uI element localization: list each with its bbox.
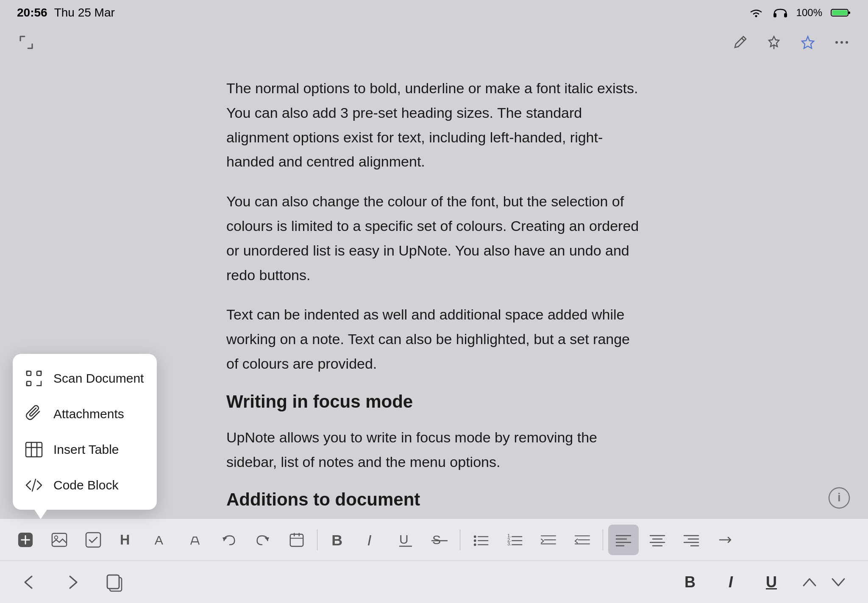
undo-button[interactable] (214, 525, 244, 555)
svg-text:U: U (399, 532, 409, 546)
top-toolbar-right (731, 33, 851, 52)
align-center-button[interactable] (642, 525, 673, 555)
calendar-button[interactable] (281, 525, 312, 555)
font-button[interactable]: A (146, 525, 176, 555)
ordered-list-button[interactable]: 1. 2. 3. (499, 525, 530, 555)
svg-line-17 (32, 479, 36, 491)
editor-toolbar: H A (0, 518, 868, 561)
align-left-button[interactable] (608, 525, 639, 555)
more-button[interactable] (832, 33, 851, 52)
toolbar-separator-3 (603, 529, 603, 550)
nav-down-button[interactable] (826, 570, 851, 595)
heading-focus-mode: Writing in focus mode (226, 392, 642, 412)
insert-table-label: Insert Table (53, 442, 119, 457)
svg-point-9 (846, 41, 848, 44)
highlight-button[interactable] (180, 525, 210, 555)
svg-rect-5 (849, 11, 850, 14)
svg-rect-70 (107, 575, 119, 589)
svg-point-8 (840, 41, 843, 44)
svg-text:B: B (331, 532, 342, 548)
checkbox-button[interactable] (78, 525, 108, 555)
toolbar-separator-2 (460, 529, 460, 550)
paragraph-1: The normal options to bold, underline or… (226, 76, 642, 174)
status-date: Thu 25 Mar (54, 6, 115, 19)
svg-text:3.: 3. (507, 541, 512, 546)
headphones-icon (773, 6, 788, 19)
svg-point-39 (474, 535, 476, 538)
paragraph-3: Text can be indented as well and additio… (226, 303, 642, 376)
svg-point-43 (474, 543, 476, 546)
image-button[interactable] (44, 525, 75, 555)
paragraph-2: You can also change the colour of the fo… (226, 189, 642, 287)
bottom-right: B I U (675, 567, 851, 597)
expand-button[interactable] (17, 33, 36, 52)
indent-out-button[interactable] (567, 525, 598, 555)
star-button[interactable] (798, 33, 817, 52)
heading-additions: Additions to document (226, 489, 642, 510)
svg-text:H: H (120, 532, 130, 547)
status-bar: 20:56 Thu 25 Mar 100% (0, 0, 868, 25)
svg-rect-11 (37, 371, 41, 375)
popup-scan-document[interactable]: Scan Document (13, 361, 157, 396)
attachments-label: Attachments (53, 407, 124, 421)
battery-icon (831, 8, 851, 18)
pencil-button[interactable] (731, 33, 749, 52)
status-bar-left: 20:56 Thu 25 Mar (17, 6, 115, 19)
svg-rect-13 (26, 442, 42, 457)
strikethrough-button[interactable]: S (424, 525, 455, 555)
paperclip-icon (25, 405, 43, 423)
scan-icon (25, 369, 43, 388)
nav-up-button[interactable] (797, 570, 822, 595)
align-right-button[interactable] (676, 525, 707, 555)
svg-rect-2 (784, 13, 787, 17)
italic-button[interactable]: I (356, 525, 387, 555)
status-time: 20:56 (17, 6, 47, 19)
svg-rect-1 (773, 13, 776, 17)
svg-rect-29 (290, 534, 303, 546)
svg-text:I: I (367, 532, 371, 548)
format-bold-button[interactable]: B (675, 567, 705, 597)
table-icon (25, 440, 43, 459)
pin-button[interactable] (765, 33, 783, 52)
bullet-list-button[interactable] (465, 525, 496, 555)
info-button[interactable]: i (827, 486, 851, 510)
paragraph-focus: UpNote allows you to write in focus mode… (226, 425, 642, 475)
svg-point-0 (755, 15, 757, 17)
svg-rect-25 (86, 533, 100, 547)
scan-document-label: Scan Document (53, 371, 144, 386)
code-icon (25, 476, 43, 495)
document-content[interactable]: The normal options to bold, underline or… (201, 59, 667, 527)
svg-rect-23 (52, 533, 67, 546)
forward-button[interactable] (59, 570, 85, 595)
popup-code-block[interactable]: Code Block (13, 467, 157, 503)
more-options-button[interactable] (710, 525, 740, 555)
top-toolbar-left (17, 33, 36, 52)
svg-rect-10 (27, 371, 31, 375)
add-button[interactable] (10, 525, 41, 555)
svg-text:i: i (837, 491, 841, 504)
svg-point-7 (835, 41, 838, 44)
wifi-icon (748, 7, 764, 19)
top-toolbar (0, 25, 868, 59)
popup-insert-table[interactable]: Insert Table (13, 432, 157, 467)
svg-text:A: A (155, 533, 164, 547)
bottom-bar: B I U (0, 561, 868, 603)
back-button[interactable] (17, 570, 42, 595)
bold-button[interactable]: B (323, 525, 353, 555)
svg-point-24 (55, 536, 58, 539)
svg-text:S: S (432, 533, 441, 547)
format-underline-button[interactable]: U (756, 567, 787, 597)
heading-button[interactable]: H (112, 525, 142, 555)
nav-arrows (797, 570, 851, 595)
copy-button[interactable] (102, 570, 127, 595)
svg-point-41 (474, 539, 476, 542)
svg-rect-4 (832, 10, 847, 15)
redo-button[interactable] (248, 525, 278, 555)
svg-rect-12 (27, 381, 31, 386)
format-italic-button[interactable]: I (715, 567, 746, 597)
popup-attachments[interactable]: Attachments (13, 396, 157, 432)
underline-button[interactable]: U (390, 525, 421, 555)
indent-in-button[interactable] (533, 525, 564, 555)
toolbar-separator-1 (317, 529, 317, 550)
popup-menu: Scan Document Attachments Insert Table (13, 354, 157, 510)
